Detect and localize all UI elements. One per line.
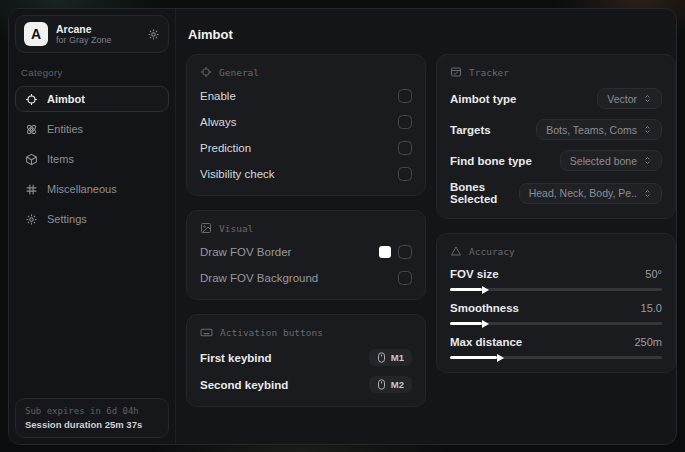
fov-size-value: 50° [645,268,662,280]
setting-row: Draw FOV Background [200,270,412,286]
grid-icon [25,183,38,196]
brand-logo: A [24,22,48,46]
brand-text: Arcane for Gray Zone [56,23,139,46]
visual-card: Visual Draw FOV Border Draw FOV Backgrou… [186,210,426,300]
mouse-icon [377,379,386,390]
gear-icon [25,213,38,226]
keybind-value: M2 [391,379,404,390]
brand-subtitle: for Gray Zone [56,35,139,46]
find-bone-type-select[interactable]: Selected bone [560,150,662,171]
fov-border-color-swatch[interactable] [379,246,391,258]
aimbot-type-select[interactable]: Vector [597,88,662,109]
targets-select[interactable]: Bots, Teams, Coms [536,119,662,140]
right-column: Tracker Aimbot type Vector [436,54,676,373]
sidebar: A Arcane for Gray Zone Category [9,9,176,444]
setting-label: Prediction [200,142,251,154]
tracker-card: Tracker Aimbot type Vector [436,54,676,219]
draw-fov-border-checkbox[interactable] [398,245,412,259]
image-icon [200,222,212,234]
crosshair-icon [200,66,212,78]
max-distance-value: 250m [634,336,662,348]
card-header-label: Activation buttons [220,327,323,338]
left-column: General Enable Always Prediction [186,54,426,407]
crosshair-icon [25,93,38,106]
setting-label: Draw FOV Border [200,246,291,258]
sidebar-item-label: Settings [47,213,87,225]
setting-row: Enable [200,88,412,104]
card-header-label: Accuracy [469,246,515,257]
slider-row: Max distance 250m [450,336,662,359]
activation-buttons-card: Activation buttons First keybind M1 [186,314,426,407]
triangle-icon [450,245,462,257]
setting-label: Enable [200,90,236,102]
sidebar-item-settings[interactable]: Settings [15,206,169,232]
select-value: Bots, Teams, Coms [546,124,637,136]
prediction-checkbox[interactable] [398,141,412,155]
page-title: Aimbot [188,27,676,42]
slider-fill [450,356,497,359]
chevron-up-down-icon [643,94,652,103]
select-value: Head, Neck, Body, Pe.. [529,187,637,199]
card-header-label: General [219,67,259,78]
sidebar-item-label: Aimbot [47,93,85,105]
setting-label: Visibility check [200,168,275,180]
slider-fill [450,322,482,325]
subscription-info-card: Sub expires in 6d 04h Session duration 2… [15,398,169,438]
sidebar-item-label: Miscellaneous [47,183,117,195]
setting-row: Prediction [200,140,412,156]
sidebar-item-aimbot[interactable]: Aimbot [15,86,169,112]
sidebar-item-miscellaneous[interactable]: Miscellaneous [15,176,169,202]
setting-label: Max distance [450,336,522,348]
fov-size-slider[interactable] [450,288,662,291]
mouse-icon [377,352,386,363]
card-header-label: Tracker [469,67,509,78]
smoothness-value: 15.0 [641,302,662,314]
setting-row: Targets Bots, Teams, Coms [450,119,662,140]
main-panel: Aimbot General Enable [176,9,677,444]
slider-row: Smoothness 15.0 [450,302,662,325]
sidebar-item-entities[interactable]: Entities [15,116,169,142]
brand-title: Arcane [56,23,139,35]
setting-label: Second keybind [200,379,288,391]
setting-label: Find bone type [450,155,532,167]
setting-label: Aimbot type [450,93,516,105]
setting-label: FOV size [450,268,499,280]
keybind-value: M1 [391,352,404,363]
enable-checkbox[interactable] [398,89,412,103]
setting-label: Smoothness [450,302,519,314]
category-label: Category [21,67,163,78]
setting-row: First keybind M1 [200,349,412,366]
sidebar-item-items[interactable]: Items [15,146,169,172]
first-keybind-button[interactable]: M1 [369,349,412,366]
second-keybind-button[interactable]: M2 [369,376,412,393]
brand-card: A Arcane for Gray Zone [15,15,169,53]
max-distance-slider[interactable] [450,356,662,359]
session-duration-text: Session duration 25m 37s [25,419,159,430]
brand-settings-gear-icon[interactable] [147,28,160,41]
setting-row: Always [200,114,412,130]
bones-selected-select[interactable]: Head, Neck, Body, Pe.. [519,183,662,204]
visibility-check-checkbox[interactable] [398,167,412,181]
setting-row: Find bone type Selected bone [450,150,662,171]
setting-row: Second keybind M2 [200,376,412,393]
scan-icon [450,66,462,78]
setting-row: Draw FOV Border [200,244,412,260]
chevron-up-down-icon [643,125,652,134]
app-window: A Arcane for Gray Zone Category [8,8,677,445]
always-checkbox[interactable] [398,115,412,129]
package-icon [25,153,38,166]
card-header-label: Visual [219,223,253,234]
slider-row: FOV size 50° [450,268,662,291]
setting-label: Draw FOV Background [200,272,318,284]
draw-fov-background-checkbox[interactable] [398,271,412,285]
chevron-up-down-icon [643,189,652,198]
setting-label: Targets [450,124,491,136]
select-value: Vector [607,93,637,105]
smoothness-slider[interactable] [450,322,662,325]
select-value: Selected bone [570,155,637,167]
setting-row: Bones Selected Head, Neck, Body, Pe.. [450,181,662,205]
keyboard-icon [200,326,213,339]
setting-label: Bones Selected [450,181,519,205]
setting-row: Visibility check [200,166,412,182]
setting-label: Always [200,116,236,128]
